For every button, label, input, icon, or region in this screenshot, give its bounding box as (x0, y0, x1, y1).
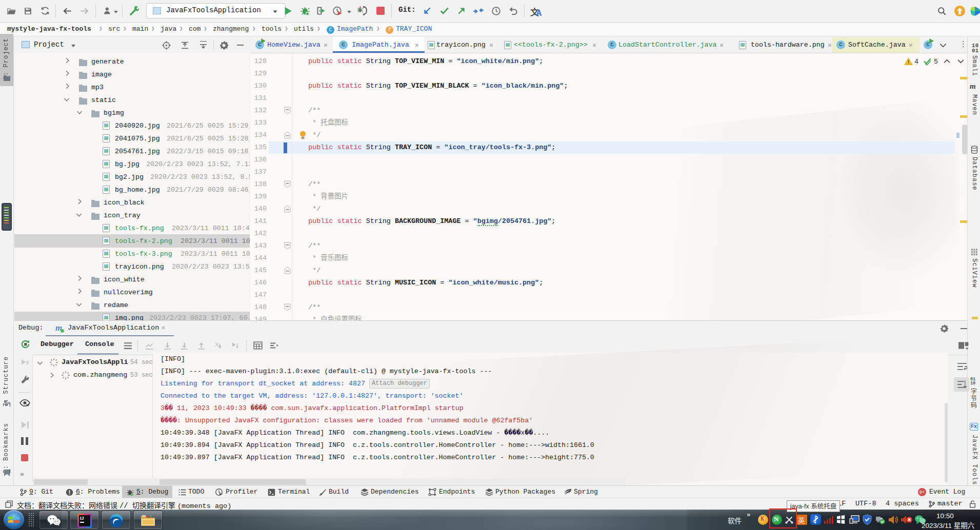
svg-text:9: 9 (26, 360, 29, 366)
